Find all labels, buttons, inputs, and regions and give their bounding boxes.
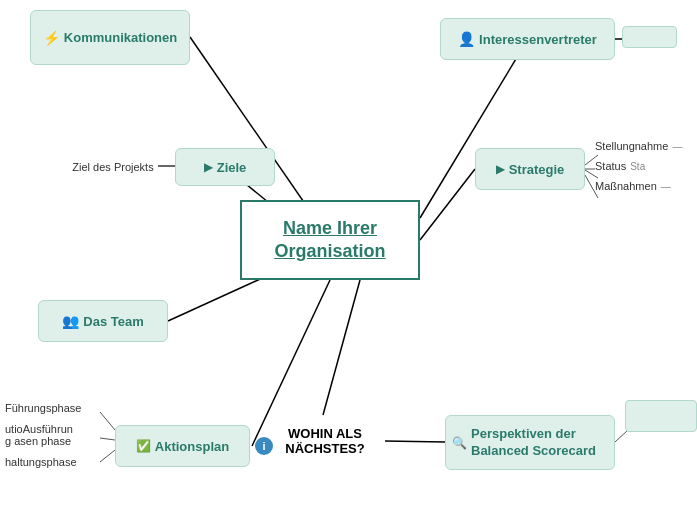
perspektiven-node[interactable]: 🔍 Perspektiven der Balanced Scorecard — [445, 415, 615, 470]
perspektiven-ext — [625, 400, 697, 432]
svg-line-10 — [100, 412, 115, 430]
dash2: — — [661, 181, 671, 192]
fuhrungsphase-label: Führungsphase — [0, 400, 86, 416]
central-label: Name IhrerOrganisation — [274, 217, 385, 264]
das-team-node[interactable]: 👥 Das Team — [38, 300, 168, 342]
interessenvertreter-label: Interessenvertreter — [479, 32, 597, 47]
interessenvertreter-node[interactable]: 👤 Interessenvertreter — [440, 18, 615, 60]
central-node[interactable]: Name IhrerOrganisation — [240, 200, 420, 280]
abschlussphase-label: haltungsphase — [0, 454, 86, 470]
aktionsplan-node[interactable]: ✅ Aktionsplan — [115, 425, 250, 467]
perspektiven-label: Perspektiven der Balanced Scorecard — [471, 426, 608, 460]
search-icon: 🔍 — [452, 436, 467, 450]
das-team-label: Das Team — [83, 314, 143, 329]
svg-line-11 — [100, 438, 115, 440]
stellungnahme-label: Stellungnahme — [595, 140, 668, 152]
strategie-node[interactable]: ▶ Strategie — [475, 148, 585, 190]
status-label: Status — [595, 160, 626, 172]
svg-line-1 — [420, 39, 528, 218]
mindmap-canvas: Name IhrerOrganisation ⚡ Kommunikationen… — [0, 0, 697, 520]
svg-line-13 — [323, 280, 360, 415]
comm-icon: ⚡ — [43, 30, 60, 46]
svg-line-12 — [100, 450, 115, 462]
aktionsplan-label: Aktionsplan — [155, 439, 229, 454]
dash1: — — [672, 141, 682, 152]
arrow-icon: ▶ — [204, 160, 213, 174]
check-icon: ✅ — [136, 439, 151, 453]
strategie-subnodes: Stellungnahme — Status Sta Maßnahmen — — [595, 140, 682, 192]
ziel-label: Ziel des Projekts — [68, 155, 158, 179]
wohin-node[interactable]: WOHIN ALS NÄCHSTES? — [265, 415, 385, 467]
person-icon: 👤 — [458, 31, 475, 47]
kommunikationen-node[interactable]: ⚡ Kommunikationen — [30, 10, 190, 65]
massnahmen-label: Maßnahmen — [595, 180, 657, 192]
svg-line-15 — [615, 430, 628, 442]
team-icon: 👥 — [62, 313, 79, 329]
ziele-node[interactable]: ▶ Ziele — [175, 148, 275, 186]
ausfuhrungsphase-label: utioAusführung asen phase — [0, 421, 86, 449]
wohin-label: WOHIN ALS NÄCHSTES? — [265, 426, 385, 456]
ziele-label: Ziele — [217, 160, 247, 175]
svg-line-4 — [420, 169, 475, 240]
kommunikationen-label: Kommunikationen — [64, 30, 177, 45]
sta-label: Sta — [630, 161, 645, 172]
interessenvertreter-ext — [622, 26, 677, 48]
strategie-label: Strategie — [509, 162, 565, 177]
strat-arrow-icon: ▶ — [496, 162, 505, 176]
phase-labels: Führungsphase utioAusführung asen phase … — [0, 400, 86, 470]
svg-line-14 — [385, 441, 445, 442]
